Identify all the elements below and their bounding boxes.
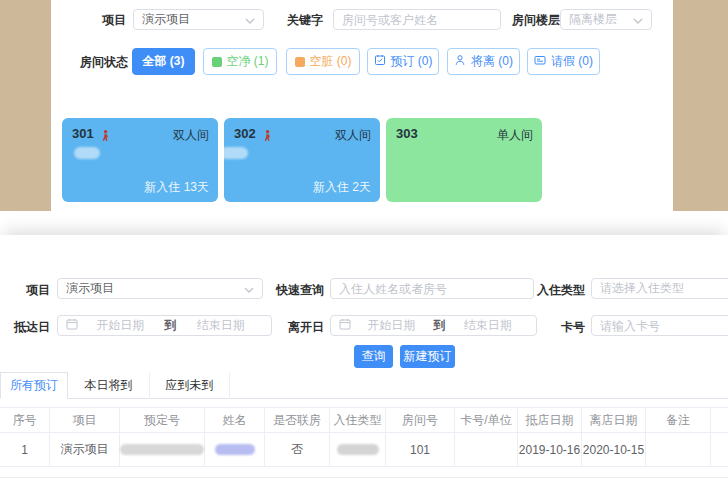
project-label: 项目: [102, 13, 126, 27]
col-header-spacer: [711, 408, 728, 432]
checkin-type-label: 入住类型: [525, 283, 585, 297]
cell-seq: 1: [0, 433, 50, 466]
tab-all-reservations[interactable]: 所有预订: [0, 372, 68, 399]
keyword-input[interactable]: [342, 13, 492, 27]
cell-remark: [646, 433, 711, 466]
status-filter-departing[interactable]: 将离 (0): [447, 48, 520, 75]
cell-name: [205, 433, 265, 466]
status-filter-clean[interactable]: 空净 (1): [203, 48, 277, 75]
quick-search-label: 快速查询: [264, 283, 324, 297]
status-filter-departing-label: 将离 (0): [471, 53, 513, 70]
card-no-field: [591, 315, 728, 336]
cell-spacer: [711, 433, 728, 466]
col-header-linked: 是否联房: [265, 408, 330, 432]
room-card-302[interactable]: 302 双人间 新入住 2天: [224, 118, 380, 202]
cell-room-no: 101: [386, 433, 455, 466]
col-header-seq: 序号: [0, 408, 50, 432]
reservation-table: 序号 项目 预定号 姓名 是否联房 入住类型 房间号 卡号/单位 抵店日期 离店…: [0, 407, 728, 467]
tab-label: 所有预订: [10, 377, 58, 394]
cell-card-unit: [455, 433, 518, 466]
status-filter-reserved[interactable]: 预订 (0): [367, 48, 439, 75]
occupant-name-redacted: [74, 147, 100, 159]
col-header-departure: 离店日期: [582, 408, 646, 432]
status-filter-leave-label: 请假 (0): [551, 53, 593, 70]
cell-project: 演示项目: [50, 433, 120, 466]
project-select[interactable]: 演示项目: [133, 9, 264, 30]
reservation-panel: 项目 演示项目 快速查询 入住类型 请选择入住类型 抵达日 开始日期 到 结束日…: [0, 235, 728, 487]
reservation-tabs: 所有预订 本日将到 应到未到: [0, 372, 728, 399]
cell-departure: 2020-10-15: [582, 433, 646, 466]
tab-arriving-today[interactable]: 本日将到: [68, 372, 150, 399]
room-board-section: 项目 演示项目 关键字 房间楼层 隔离楼层 房间状态 全部 (: [0, 0, 728, 211]
tab-label: 应到未到: [166, 377, 214, 394]
col-header-project: 项目: [50, 408, 120, 432]
project-select[interactable]: 演示项目: [57, 278, 263, 299]
room-footer-text: 新入住 13天: [144, 179, 209, 196]
departure-date-range[interactable]: 开始日期 到 结束日期: [330, 315, 537, 336]
name-redacted: [215, 444, 255, 455]
room-type: 单人间: [497, 127, 533, 144]
arrival-date-label: 抵达日: [0, 320, 50, 334]
room-type: 双人间: [335, 127, 371, 144]
keyword-field: [333, 9, 501, 30]
date-separator: 到: [163, 317, 179, 334]
room-card-303[interactable]: 303 单人间: [386, 118, 542, 202]
end-date-placeholder: 结束日期: [179, 317, 264, 334]
screen: 项目 演示项目 关键字 房间楼层 隔离楼层 房间状态 全部 (: [0, 0, 728, 487]
calendar-icon: [66, 318, 78, 333]
status-filter-all[interactable]: 全部 (3): [132, 48, 195, 75]
card-no-input[interactable]: [600, 319, 728, 333]
resv-no-redacted: [120, 444, 204, 455]
calendar-icon: [339, 318, 351, 333]
arrival-date-range[interactable]: 开始日期 到 结束日期: [57, 315, 272, 336]
departure-date-label: 离开日: [264, 320, 324, 334]
project-label: 项目: [0, 283, 50, 297]
occupant-person-icon: [101, 127, 111, 145]
project-select-value: 演示项目: [66, 280, 240, 297]
project-select-value: 演示项目: [142, 11, 241, 28]
room-card-301[interactable]: 301 双人间 新入住 13天: [62, 118, 218, 202]
start-date-placeholder: 开始日期: [351, 317, 432, 334]
room-status-label: 房间状态: [80, 55, 128, 69]
date-separator: 到: [432, 317, 448, 334]
card-icon: [534, 54, 546, 69]
chevron-down-icon: [633, 13, 643, 27]
checkin-type-select[interactable]: 请选择入住类型: [591, 278, 728, 299]
tab-label: 本日将到: [85, 377, 133, 394]
new-reservation-button[interactable]: 新建预订: [400, 345, 455, 368]
col-header-name: 姓名: [205, 408, 265, 432]
status-filter-all-label: 全部 (3): [143, 53, 185, 70]
table-header-row: 序号 项目 预定号 姓名 是否联房 入住类型 房间号 卡号/单位 抵店日期 离店…: [0, 407, 728, 433]
floor-select[interactable]: 隔离楼层: [560, 9, 652, 30]
status-filter-dirty[interactable]: 空脏 (0): [286, 48, 360, 75]
status-filter-clean-label: 空净 (1): [227, 53, 269, 70]
col-header-type: 入住类型: [330, 408, 386, 432]
col-header-card-unit: 卡号/单位: [455, 408, 518, 432]
table-row[interactable]: 1 演示项目 否 101 2019-10-16 2020-10-15: [0, 433, 728, 467]
dirty-square-icon: [295, 57, 305, 67]
card-no-label: 卡号: [525, 320, 585, 334]
status-filter-reserved-label: 预订 (0): [391, 53, 433, 70]
col-header-remark: 备注: [646, 408, 711, 432]
occupant-name-redacted: [224, 147, 248, 159]
cell-linked: 否: [265, 433, 330, 466]
status-filter-leave[interactable]: 请假 (0): [527, 48, 600, 75]
chevron-down-icon: [244, 282, 254, 296]
section-divider: [0, 211, 728, 235]
clean-square-icon: [212, 57, 222, 67]
tab-expected-not-arrived[interactable]: 应到未到: [150, 372, 230, 399]
query-button[interactable]: 查询: [354, 345, 393, 368]
panel-bottom-edge: [0, 477, 728, 478]
quick-search-input[interactable]: [339, 282, 525, 296]
cell-arrival: 2019-10-16: [518, 433, 582, 466]
room-footer-text: 新入住 2天: [313, 179, 371, 196]
person-icon: [454, 54, 466, 69]
col-header-room-no: 房间号: [386, 408, 455, 432]
checkin-type-placeholder: 请选择入住类型: [600, 280, 728, 297]
type-redacted: [337, 444, 379, 455]
room-number: 302: [234, 126, 256, 141]
chevron-down-icon: [245, 13, 255, 27]
end-date-placeholder: 结束日期: [448, 317, 529, 334]
col-header-arrival: 抵店日期: [518, 408, 582, 432]
room-number: 301: [72, 126, 94, 141]
